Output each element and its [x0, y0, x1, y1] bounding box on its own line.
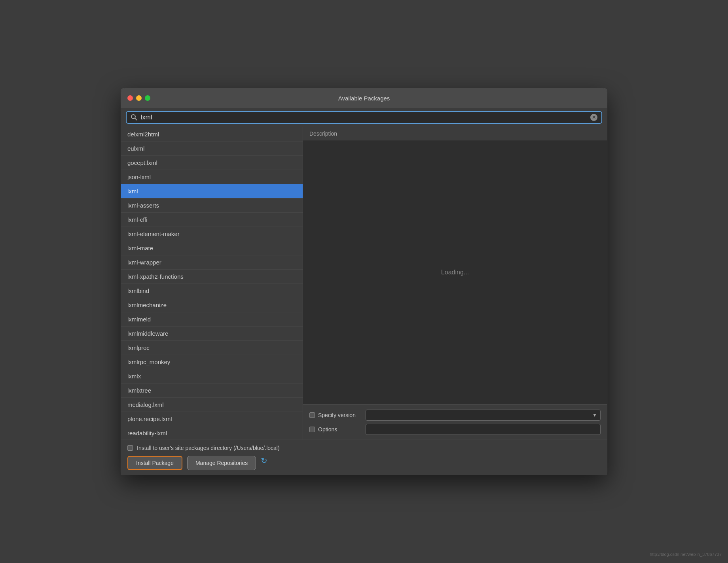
options-row: Options: [309, 424, 601, 435]
install-package-button[interactable]: Install Package: [127, 456, 182, 470]
window-title: Available Packages: [338, 95, 390, 102]
bottom-bar: Install to user's site packages director…: [121, 440, 607, 475]
list-item[interactable]: lxml-asserts: [121, 198, 303, 213]
right-panel: Description Loading... Specify version ▼: [303, 127, 607, 440]
title-bar: Available Packages: [121, 88, 607, 108]
list-item[interactable]: eulxml: [121, 142, 303, 156]
install-path-label: Install to user's site packages director…: [137, 445, 280, 451]
list-item[interactable]: gocept.lxml: [121, 156, 303, 170]
specify-version-checkbox[interactable]: [309, 412, 315, 418]
list-item[interactable]: lxmlbind: [121, 284, 303, 298]
loading-text: Loading...: [441, 269, 469, 276]
list-item[interactable]: plone.recipe.lxml: [121, 412, 303, 426]
main-window: Available Packages ✕ delxml2htmleulxmlgo…: [121, 88, 607, 475]
list-item[interactable]: lxmlmeld: [121, 312, 303, 327]
list-item[interactable]: lxmlmechanize: [121, 298, 303, 312]
list-item[interactable]: delxml2html: [121, 127, 303, 142]
list-item[interactable]: lxml-xpath2-functions: [121, 270, 303, 284]
search-clear-button[interactable]: ✕: [590, 114, 597, 121]
list-item[interactable]: lxmlmiddleware: [121, 327, 303, 341]
list-item[interactable]: lxml-wrapper: [121, 255, 303, 270]
search-input[interactable]: [141, 114, 587, 121]
main-content: delxml2htmleulxmlgocept.lxmljson-lxmllxm…: [121, 127, 607, 440]
list-item[interactable]: lxmlrpc_monkey: [121, 355, 303, 369]
list-item[interactable]: medialog.lxml: [121, 398, 303, 412]
version-row: Specify version ▼: [309, 410, 601, 421]
options-input[interactable]: [366, 424, 601, 435]
maximize-button[interactable]: [145, 95, 150, 101]
svg-line-1: [135, 118, 137, 120]
list-item[interactable]: lxmlproc: [121, 341, 303, 355]
manage-repositories-button[interactable]: Manage Repositories: [187, 456, 256, 470]
refresh-icon[interactable]: ↻: [261, 456, 267, 470]
description-area: Loading...: [303, 140, 607, 404]
list-item[interactable]: lxml-element-maker: [121, 227, 303, 241]
search-bar: ✕: [121, 108, 607, 127]
package-list[interactable]: delxml2htmleulxmlgocept.lxmljson-lxmllxm…: [121, 127, 303, 440]
install-options: Install to user's site packages director…: [127, 445, 601, 451]
traffic-lights: [127, 95, 150, 101]
install-path-checkbox[interactable]: [127, 445, 133, 451]
description-label: Description: [303, 127, 607, 140]
list-item[interactable]: lxmlx: [121, 369, 303, 384]
options-checkbox[interactable]: [309, 427, 315, 432]
list-item[interactable]: json-lxml: [121, 170, 303, 184]
list-item[interactable]: lxml: [121, 184, 303, 198]
specify-version-label: Specify version: [309, 412, 361, 418]
action-buttons: Install Package Manage Repositories ↻: [127, 456, 601, 470]
version-options-panel: Specify version ▼ Options: [303, 404, 607, 440]
list-item[interactable]: lxml-mate: [121, 241, 303, 255]
search-input-wrapper: ✕: [126, 111, 602, 124]
list-item[interactable]: lxml-cffi: [121, 213, 303, 227]
list-item[interactable]: readability-lxml: [121, 426, 303, 440]
dropdown-arrow-icon: ▼: [592, 412, 597, 418]
minimize-button[interactable]: [136, 95, 142, 101]
watermark: http://blog.csdn.net/weixin_37867737: [650, 552, 722, 557]
svg-point-0: [131, 115, 135, 119]
version-dropdown[interactable]: ▼: [366, 410, 601, 421]
search-icon: [131, 114, 138, 121]
options-label: Options: [309, 426, 361, 433]
list-item[interactable]: lxmlxtree: [121, 384, 303, 398]
close-button[interactable]: [127, 95, 133, 101]
